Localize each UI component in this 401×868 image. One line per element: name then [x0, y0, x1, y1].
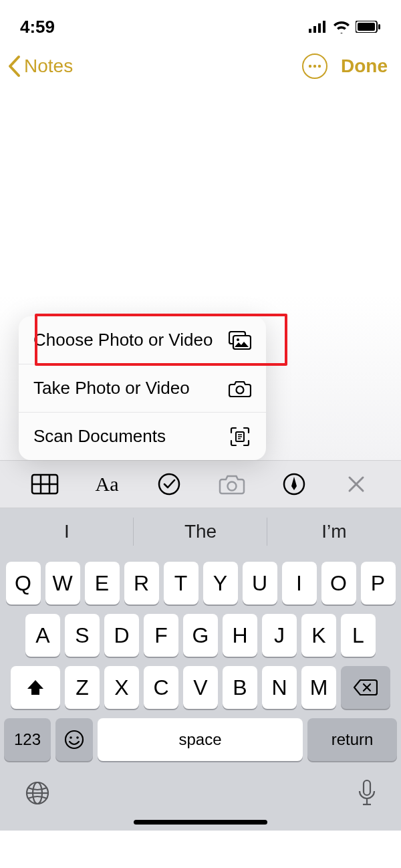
- nav-bar: Notes Done: [0, 47, 401, 92]
- text-format-icon: Aa: [95, 473, 118, 496]
- key-e[interactable]: E: [85, 562, 120, 605]
- globe-icon: [24, 780, 51, 806]
- microphone-icon: [357, 779, 377, 807]
- predictive-suggestion[interactable]: I’m: [267, 508, 401, 555]
- key-q[interactable]: Q: [6, 562, 41, 605]
- battery-icon: [356, 21, 381, 33]
- close-icon: [347, 475, 366, 494]
- key-n[interactable]: N: [262, 666, 297, 709]
- key-shift[interactable]: [11, 666, 60, 709]
- more-button[interactable]: [302, 53, 327, 79]
- cellular-icon: [309, 21, 327, 33]
- wifi-icon: [333, 20, 350, 33]
- predictive-bar: I The I’m: [0, 508, 401, 555]
- close-toolbar-button[interactable]: [340, 468, 372, 500]
- camera-button[interactable]: [216, 468, 248, 500]
- table-icon: [31, 473, 59, 495]
- status-icons: [309, 20, 381, 33]
- key-i[interactable]: I: [282, 562, 317, 605]
- key-r[interactable]: R: [124, 562, 159, 605]
- predictive-suggestion[interactable]: I: [0, 508, 134, 555]
- globe-button[interactable]: [24, 780, 51, 806]
- keyboard-bottom-bar: [0, 766, 401, 820]
- camera-icon: [219, 473, 245, 495]
- key-d[interactable]: D: [104, 614, 139, 657]
- emoji-icon: [63, 729, 85, 750]
- dictation-button[interactable]: [357, 779, 377, 807]
- key-a[interactable]: A: [25, 614, 60, 657]
- keyboard-row-1: Q W E R T Y U I O P: [3, 562, 398, 605]
- keyboard-row-2: A S D F G H J K L: [3, 614, 398, 657]
- back-label: Notes: [24, 56, 73, 77]
- note-editor[interactable]: Choose Photo or Video Take Photo or Vide…: [0, 92, 401, 460]
- svg-point-30: [70, 736, 72, 739]
- menu-item-scan-documents[interactable]: Scan Documents: [19, 413, 266, 460]
- key-u[interactable]: U: [243, 562, 277, 605]
- key-t[interactable]: T: [164, 562, 198, 605]
- key-y[interactable]: Y: [203, 562, 238, 605]
- key-b[interactable]: B: [223, 666, 257, 709]
- key-m[interactable]: M: [301, 666, 336, 709]
- menu-item-label: Choose Photo or Video: [33, 330, 213, 350]
- markup-button[interactable]: [278, 468, 310, 500]
- text-format-button[interactable]: Aa: [91, 468, 123, 500]
- menu-item-label: Take Photo or Video: [33, 378, 190, 399]
- checkmark-circle-icon: [157, 472, 181, 496]
- key-h[interactable]: H: [223, 614, 257, 657]
- svg-rect-35: [364, 780, 370, 795]
- svg-point-29: [65, 731, 83, 748]
- key-j[interactable]: J: [262, 614, 297, 657]
- key-space[interactable]: space: [98, 718, 303, 761]
- photo-library-icon: [229, 331, 251, 350]
- key-l[interactable]: L: [341, 614, 376, 657]
- status-bar: 4:59: [0, 0, 401, 47]
- attachment-popover: Choose Photo or Video Take Photo or Vide…: [19, 316, 266, 460]
- key-emoji[interactable]: [55, 718, 93, 761]
- keyboard: Q W E R T Y U I O P A S D F G H J K L Z …: [0, 555, 401, 766]
- svg-point-12: [237, 338, 239, 341]
- table-button[interactable]: [29, 468, 61, 500]
- key-k[interactable]: K: [301, 614, 336, 657]
- scan-document-icon: [229, 427, 251, 446]
- svg-rect-1: [313, 26, 316, 33]
- notes-format-toolbar: Aa: [0, 460, 401, 508]
- markup-pen-icon: [282, 472, 306, 496]
- key-f[interactable]: F: [144, 614, 178, 657]
- backspace-icon: [354, 679, 378, 696]
- predictive-suggestion[interactable]: The: [134, 508, 267, 555]
- chevron-left-icon: [7, 55, 21, 78]
- key-return[interactable]: return: [307, 718, 397, 761]
- menu-item-choose-photo[interactable]: Choose Photo or Video: [19, 316, 266, 364]
- back-button[interactable]: Notes: [7, 55, 73, 78]
- ellipsis-icon: [308, 64, 321, 68]
- svg-point-7: [309, 65, 311, 68]
- key-s[interactable]: S: [65, 614, 100, 657]
- svg-rect-6: [378, 24, 380, 29]
- svg-point-23: [227, 482, 236, 491]
- svg-point-8: [313, 65, 316, 68]
- svg-point-31: [76, 736, 79, 739]
- keyboard-row-3: Z X C V B N M: [3, 666, 398, 709]
- key-z[interactable]: Z: [65, 666, 100, 709]
- home-indicator-area: [0, 820, 401, 831]
- shift-icon: [26, 678, 45, 697]
- menu-item-take-photo[interactable]: Take Photo or Video: [19, 364, 266, 413]
- svg-point-13: [237, 386, 244, 393]
- key-x[interactable]: X: [104, 666, 139, 709]
- home-indicator[interactable]: [134, 820, 267, 825]
- key-backspace[interactable]: [341, 666, 390, 709]
- key-v[interactable]: V: [183, 666, 218, 709]
- key-g[interactable]: G: [183, 614, 218, 657]
- done-button[interactable]: Done: [341, 56, 388, 77]
- key-w[interactable]: W: [45, 562, 80, 605]
- key-c[interactable]: C: [144, 666, 178, 709]
- svg-rect-2: [318, 23, 321, 33]
- svg-rect-3: [323, 21, 325, 33]
- keyboard-row-4: 123 space return: [3, 718, 398, 761]
- checklist-button[interactable]: [153, 468, 185, 500]
- key-p[interactable]: P: [361, 562, 396, 605]
- key-o[interactable]: O: [321, 562, 356, 605]
- camera-icon: [229, 379, 251, 398]
- key-numeric[interactable]: 123: [4, 718, 51, 761]
- status-time: 4:59: [20, 17, 55, 37]
